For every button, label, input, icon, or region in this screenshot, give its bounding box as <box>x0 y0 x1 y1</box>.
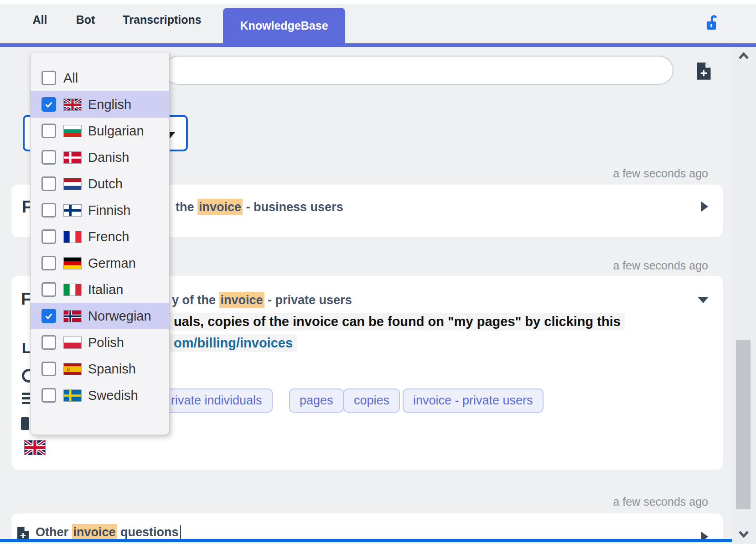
tab-underline <box>0 43 756 47</box>
hidden-entry-icon: F <box>21 290 31 309</box>
entry-title-editing[interactable]: Other invoice questions <box>36 525 181 541</box>
gb-flag-icon <box>63 98 82 111</box>
checkbox-unchecked[interactable] <box>41 282 56 297</box>
checkbox-unchecked[interactable] <box>41 203 56 218</box>
de-flag-icon <box>63 257 82 269</box>
checkbox-unchecked[interactable] <box>41 229 56 244</box>
language-option-spanish[interactable]: Spanish <box>31 356 169 382</box>
search-term-highlight: invoice <box>72 524 117 540</box>
checkbox-unchecked[interactable] <box>41 388 56 403</box>
knowledgebase-screen: All Bot Transcriptions KnowledgeBase <box>0 0 756 544</box>
checkbox-unchecked[interactable] <box>41 124 56 138</box>
unlock-icon[interactable] <box>704 13 722 34</box>
language-option-label: Norwegian <box>88 309 151 324</box>
checkbox-unchecked[interactable] <box>41 71 56 85</box>
tab-knowledgebase[interactable]: KnowledgeBase <box>223 8 345 43</box>
language-option-english[interactable]: English <box>31 91 169 118</box>
language-option-french[interactable]: French <box>31 223 169 250</box>
language-option-label: Finnish <box>88 203 131 218</box>
timestamp: a few seconds ago <box>613 495 708 508</box>
no-flag-icon <box>63 310 82 322</box>
entry-body-text: uals, copies of the invoice can be found… <box>170 313 625 331</box>
timestamp: a few seconds ago <box>613 259 708 272</box>
search-term-highlight: invoice <box>197 199 243 215</box>
language-option-label: German <box>88 256 136 271</box>
nl-flag-icon <box>63 178 82 190</box>
language-option-all[interactable]: All <box>31 65 169 91</box>
language-option-label: Spanish <box>88 362 136 377</box>
entry-language-flag-gb <box>24 440 46 455</box>
checkbox-unchecked[interactable] <box>41 256 56 270</box>
checkbox-unchecked[interactable] <box>41 150 56 165</box>
scrollbar[interactable] <box>731 47 756 544</box>
add-document-icon[interactable] <box>696 62 711 80</box>
language-option-german[interactable]: German <box>31 250 169 276</box>
kb-entry-other-questions[interactable]: Other invoice questions <box>11 513 723 542</box>
entry-title: y of the invoice - private users <box>172 293 352 307</box>
language-option-label: French <box>88 229 129 244</box>
checkbox-unchecked[interactable] <box>41 335 56 350</box>
hidden-doc-icon: L <box>22 340 31 357</box>
it-flag-icon <box>63 284 82 296</box>
checkbox-unchecked[interactable] <box>41 362 56 376</box>
search-input[interactable] <box>164 56 673 85</box>
bottom-rule <box>0 539 732 542</box>
tag-chip[interactable]: copies <box>343 389 400 413</box>
language-option-swedish[interactable]: Swedish <box>31 382 169 409</box>
language-option-label: Dutch <box>88 176 123 192</box>
scrollbar-up-icon[interactable] <box>737 51 750 62</box>
language-option-norwegian[interactable]: Norwegian <box>31 303 169 329</box>
language-option-polish[interactable]: Polish <box>31 329 169 356</box>
checkbox-unchecked[interactable] <box>41 176 56 191</box>
tag-chip[interactable]: pages <box>289 389 344 413</box>
language-option-danish[interactable]: Danish <box>31 144 169 171</box>
fr-flag-icon <box>63 231 82 243</box>
expand-chevron-icon[interactable] <box>701 202 708 212</box>
language-option-italian[interactable]: Italian <box>31 276 169 303</box>
tab-bot[interactable]: Bot <box>64 0 107 40</box>
language-option-label: Polish <box>88 335 124 350</box>
scrollbar-thumb[interactable] <box>736 340 751 509</box>
entry-title: the invoice - business users <box>176 200 343 214</box>
scrollbar-down-icon[interactable] <box>737 528 750 539</box>
pl-flag-icon <box>63 337 82 349</box>
language-dropdown-menu: All EnglishBulgarian DanishDutch Finnish… <box>30 53 170 435</box>
tab-transcriptions[interactable]: Transcriptions <box>113 0 211 40</box>
language-option-label: English <box>88 97 131 112</box>
search-term-highlight: invoice <box>219 292 264 308</box>
tag-chip[interactable]: invoice - private users <box>403 389 544 413</box>
language-option-label: Italian <box>88 282 123 297</box>
checkbox-checked[interactable] <box>41 309 56 323</box>
hidden-tag-icon <box>21 417 29 430</box>
language-option-bulgarian[interactable]: Bulgarian <box>31 118 169 144</box>
checkbox-checked[interactable] <box>41 97 56 112</box>
language-option-finnish[interactable]: Finnish <box>31 197 169 223</box>
language-option-dutch[interactable]: Dutch <box>31 171 169 197</box>
tab-all[interactable]: All <box>18 0 62 40</box>
timestamp: a few seconds ago <box>613 167 708 180</box>
language-option-label: Danish <box>88 150 129 165</box>
bg-flag-icon <box>63 125 82 137</box>
fi-flag-icon <box>63 204 82 217</box>
dk-flag-icon <box>63 151 82 164</box>
language-option-label: Swedish <box>88 388 138 403</box>
language-option-label: All <box>63 71 78 86</box>
invoice-link[interactable]: om/billing/invoices <box>170 334 297 352</box>
text-cursor <box>180 525 181 541</box>
tag-chip[interactable]: rivate individuals <box>161 389 273 413</box>
se-flag-icon <box>63 389 82 402</box>
bottom-strip <box>0 542 732 544</box>
hidden-list-icon <box>22 393 30 406</box>
collapse-chevron-icon[interactable] <box>698 297 709 303</box>
language-option-label: Bulgarian <box>88 124 144 139</box>
es-flag-icon <box>63 363 82 375</box>
